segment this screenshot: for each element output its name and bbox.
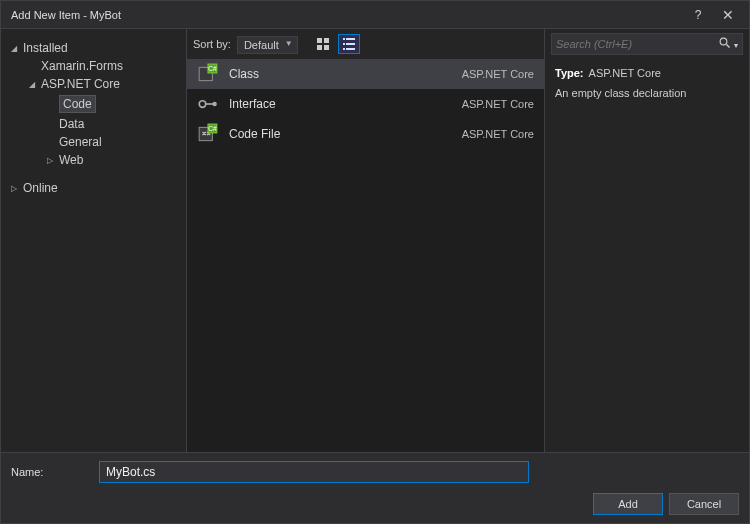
add-button[interactable]: Add	[593, 493, 663, 515]
close-icon[interactable]: ✕	[713, 7, 743, 23]
template-item-interface[interactable]: Interface ASP.NET Core	[187, 89, 544, 119]
tree-item-code[interactable]: Code	[7, 93, 180, 115]
svg-rect-1	[324, 38, 329, 43]
template-group: ASP.NET Core	[462, 128, 534, 140]
chevron-down-icon: ◢	[29, 80, 39, 89]
help-icon[interactable]: ?	[683, 8, 713, 22]
class-icon: C#	[197, 64, 219, 84]
svg-point-15	[212, 102, 216, 106]
toolbar: Sort by: Default ▼	[187, 29, 544, 59]
template-name: Interface	[229, 97, 462, 111]
detail-type-value: ASP.NET Core	[589, 67, 661, 79]
sort-dropdown[interactable]: Default ▼	[237, 35, 298, 53]
chevron-right-icon: ▷	[47, 156, 57, 165]
tree-item-data[interactable]: Data	[7, 115, 180, 133]
tree-label: Data	[59, 117, 84, 131]
template-list: C# Class ASP.NET Core Interface ASP.NET …	[187, 59, 544, 452]
sort-label: Sort by:	[193, 38, 231, 50]
template-item-class[interactable]: C# Class ASP.NET Core	[187, 59, 544, 89]
button-row: Add Cancel	[11, 493, 739, 515]
tree-item-general[interactable]: General	[7, 133, 180, 151]
tree-item-aspnetcore[interactable]: ◢ ASP.NET Core	[7, 75, 180, 93]
svg-rect-9	[346, 48, 355, 50]
template-panel: Sort by: Default ▼ C# Class	[186, 29, 545, 452]
template-group: ASP.NET Core	[462, 98, 534, 110]
view-grid-icon[interactable]	[312, 34, 334, 54]
dialog-window: Add New Item - MyBot ? ✕ ◢ Installed Xam…	[0, 0, 750, 524]
svg-point-19	[720, 38, 727, 45]
svg-rect-7	[346, 43, 355, 45]
tree-label: ASP.NET Core	[41, 77, 120, 91]
template-name: Code File	[229, 127, 462, 141]
tree-item-web[interactable]: ▷ Web	[7, 151, 180, 169]
interface-icon	[197, 94, 219, 114]
detail-description: An empty class declaration	[555, 87, 739, 99]
category-tree: ◢ Installed Xamarin.Forms ◢ ASP.NET Core…	[1, 29, 186, 452]
name-label: Name:	[11, 466, 91, 478]
template-name: Class	[229, 67, 462, 81]
svg-rect-2	[317, 45, 322, 50]
svg-rect-5	[346, 38, 355, 40]
svg-text:C#: C#	[208, 125, 217, 132]
codefile-icon: C#	[197, 124, 219, 144]
template-group: ASP.NET Core	[462, 68, 534, 80]
dialog-body: ◢ Installed Xamarin.Forms ◢ ASP.NET Core…	[1, 29, 749, 452]
search-input[interactable]	[556, 38, 715, 50]
sort-value: Default	[237, 36, 298, 54]
svg-text:C#: C#	[208, 65, 217, 72]
tree-label: Code	[59, 95, 96, 113]
tree-online[interactable]: ▷ Online	[7, 179, 180, 197]
tree-item-xamarin[interactable]: Xamarin.Forms	[7, 57, 180, 75]
details-panel: ▾ Type: ASP.NET Core An empty class decl…	[545, 29, 749, 452]
tree-label: Web	[59, 153, 83, 167]
svg-rect-8	[343, 48, 345, 50]
titlebar: Add New Item - MyBot ? ✕	[1, 1, 749, 29]
tree-label: General	[59, 135, 102, 149]
name-row: Name:	[11, 461, 739, 483]
svg-point-13	[199, 101, 206, 108]
detail-type-row: Type: ASP.NET Core	[555, 67, 739, 79]
template-item-codefile[interactable]: C# Code File ASP.NET Core	[187, 119, 544, 149]
svg-rect-6	[343, 43, 345, 45]
cancel-button[interactable]: Cancel	[669, 493, 739, 515]
view-list-icon[interactable]	[338, 34, 360, 54]
svg-line-20	[726, 44, 729, 47]
chevron-down-icon: ◢	[11, 44, 21, 53]
window-title: Add New Item - MyBot	[11, 9, 683, 21]
tree-label: Xamarin.Forms	[41, 59, 123, 73]
detail-body: Type: ASP.NET Core An empty class declar…	[545, 59, 749, 107]
filename-input[interactable]	[99, 461, 529, 483]
detail-type-label: Type:	[555, 67, 584, 79]
tree-installed[interactable]: ◢ Installed	[7, 39, 180, 57]
svg-rect-3	[324, 45, 329, 50]
dialog-footer: Name: Add Cancel	[1, 452, 749, 523]
svg-rect-0	[317, 38, 322, 43]
svg-rect-4	[343, 38, 345, 40]
tree-label: Online	[23, 181, 58, 195]
search-wrap: ▾	[545, 29, 749, 59]
tree-label: Installed	[23, 41, 68, 55]
search-icon[interactable]: ▾	[715, 37, 738, 52]
search-box[interactable]: ▾	[551, 33, 743, 55]
chevron-right-icon: ▷	[11, 184, 21, 193]
